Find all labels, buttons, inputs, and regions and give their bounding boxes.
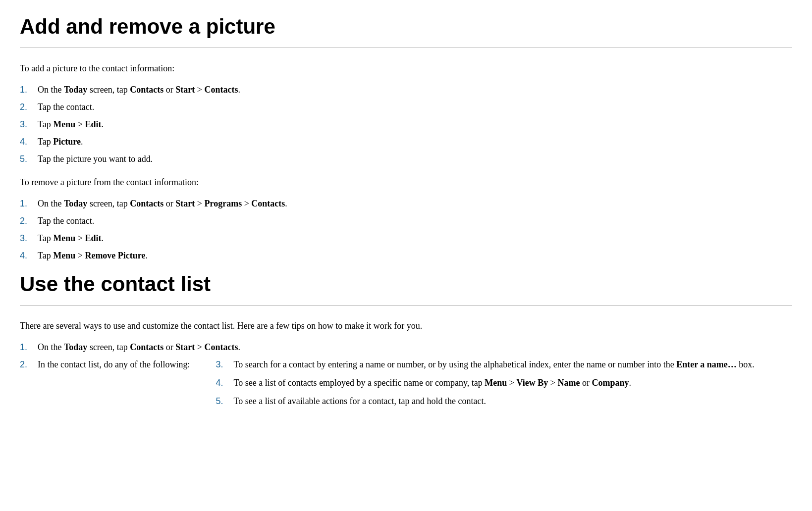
section1-divider: [20, 48, 792, 48]
rstep4-bold2: Remove Picture: [85, 251, 145, 260]
section2-intro: There are several ways to use and custom…: [20, 319, 792, 333]
rstep2-text: Tap the contact.: [38, 214, 94, 228]
bullet3-text: To see a list of available actions for a…: [233, 395, 486, 408]
list-item: To see a list of contacts employed by a …: [216, 376, 754, 390]
step4-text: Tap Picture.: [38, 135, 83, 149]
list-item: On the Today screen, tap Contacts or Sta…: [20, 83, 792, 97]
rstep1-bold1: Today: [64, 199, 87, 208]
section-use-contact-list: Use the contact list There are several w…: [20, 272, 792, 421]
list-item: In the contact list, do any of the follo…: [20, 358, 792, 421]
remove-steps-list: On the Today screen, tap Contacts or Sta…: [20, 197, 792, 262]
step1-bold2: Contacts: [130, 85, 163, 95]
s2step1-bold1: Today: [64, 342, 87, 352]
step3-bold2: Edit: [85, 119, 101, 129]
s2step1-bold4: Contacts: [205, 342, 238, 352]
s2step2-bullets: To search for a contact by entering a na…: [216, 358, 754, 413]
s2step1-bold3: Start: [175, 342, 195, 352]
rstep1-bold5: Contacts: [251, 199, 285, 208]
list-item: Tap Menu > Remove Picture.: [20, 249, 792, 262]
list-item: On the Today screen, tap Contacts or Sta…: [20, 341, 792, 354]
rstep4-text: Tap Menu > Remove Picture.: [38, 249, 148, 262]
s2step1-text: On the Today screen, tap Contacts or Sta…: [38, 341, 240, 354]
bullet1-bold: Enter a name…: [676, 359, 737, 369]
section1-title: Add and remove a picture: [20, 15, 792, 39]
remove-intro-text: To remove a picture from the contact inf…: [20, 176, 792, 189]
rstep1-bold2: Contacts: [130, 199, 163, 208]
add-steps-list: On the Today screen, tap Contacts or Sta…: [20, 83, 792, 166]
bullet2-bold4: Company: [592, 378, 629, 388]
section2-divider: [20, 305, 792, 306]
rstep3-bold2: Edit: [85, 233, 101, 243]
step2-text: Tap the contact.: [38, 101, 94, 114]
section-add-remove-picture: Add and remove a picture To add a pictur…: [20, 15, 792, 262]
step1-text: On the Today screen, tap Contacts or Sta…: [38, 83, 240, 97]
rstep4-bold1: Menu: [53, 251, 75, 260]
add-intro-text: To add a picture to the contact informat…: [20, 62, 792, 75]
step1-bold1: Today: [64, 85, 87, 95]
list-item: Tap Menu > Edit.: [20, 118, 792, 131]
list-item: On the Today screen, tap Contacts or Sta…: [20, 197, 792, 210]
list-item: Tap the contact.: [20, 101, 792, 114]
rstep1-bold4: Programs: [205, 199, 242, 208]
s2step1-bold2: Contacts: [130, 342, 163, 352]
step4-bold1: Picture: [53, 137, 81, 147]
section2-steps-list: On the Today screen, tap Contacts or Sta…: [20, 341, 792, 421]
bullet2-bold2: View By: [517, 378, 548, 388]
list-item: Tap Picture.: [20, 135, 792, 149]
step5-text: Tap the picture you want to add.: [38, 153, 153, 166]
list-item: Tap the contact.: [20, 214, 792, 228]
step1-bold4: Contacts: [205, 85, 238, 95]
section2-title: Use the contact list: [20, 272, 792, 296]
bullet2-bold1: Menu: [485, 378, 507, 388]
rstep1-bold3: Start: [175, 199, 195, 208]
list-item: To see a list of available actions for a…: [216, 395, 754, 408]
step3-bold1: Menu: [53, 119, 75, 129]
list-item: To search for a contact by entering a na…: [216, 358, 754, 371]
bullet2-bold3: Name: [557, 378, 580, 388]
rstep3-bold1: Menu: [53, 233, 75, 243]
rstep1-text: On the Today screen, tap Contacts or Sta…: [38, 197, 287, 210]
bullet1-text: To search for a contact by entering a na…: [233, 358, 754, 371]
rstep3-text: Tap Menu > Edit.: [38, 232, 104, 245]
list-item: Tap the picture you want to add.: [20, 153, 792, 166]
list-item: Tap Menu > Edit.: [20, 232, 792, 245]
step3-text: Tap Menu > Edit.: [38, 118, 104, 131]
step1-bold3: Start: [175, 85, 195, 95]
s2step2-intro-text: In the contact list, do any of the follo…: [38, 358, 190, 371]
bullet2-text: To see a list of contacts employed by a …: [233, 376, 631, 390]
